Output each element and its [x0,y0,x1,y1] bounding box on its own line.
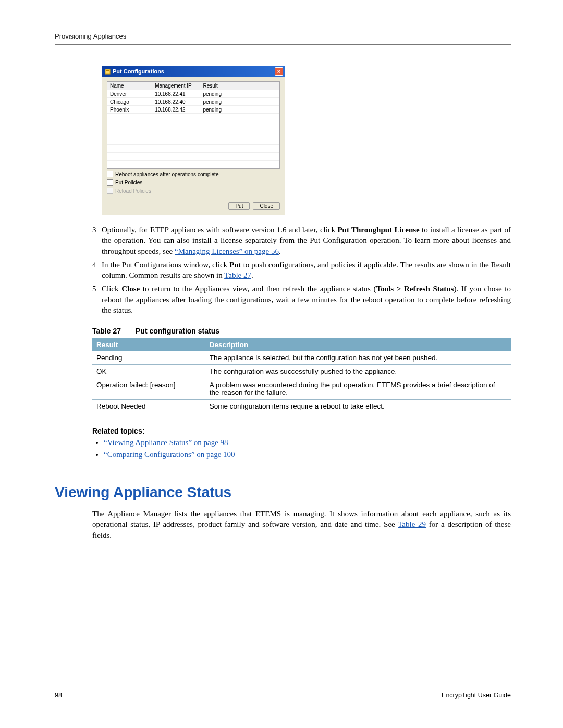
step-3: 3 Optionally, for ETEP appliances with s… [92,225,511,256]
running-header: Provisioning Appliances [55,32,511,45]
table-row[interactable]: Chicago 10.168.22.40 pending [107,98,279,106]
app-icon [105,69,111,75]
close-icon[interactable]: × [275,67,283,76]
close-button[interactable]: Close [253,202,280,210]
figure: Put Configurations × Name Management IP … [102,66,511,215]
table-27-ref-link[interactable]: Table 27 [224,271,251,279]
table-row[interactable]: Denver 10.168.22.41 pending [107,90,279,98]
related-topics-list: “Viewing Appliance Status” on page 98 “C… [92,438,511,459]
col-result: Result [200,82,279,90]
table-row: Operation failed: [reason] A problem was… [92,378,511,400]
reboot-checkbox[interactable]: Reboot appliances after operations compl… [107,171,280,177]
col-ip: Management IP [152,82,200,90]
results-grid: Name Management IP Result Denver 10.168.… [107,81,280,169]
step-5: 5 Click Close to return to the Appliance… [92,283,511,315]
content: 3 Optionally, for ETEP appliances with s… [92,225,511,540]
table-row: Pending The appliance is selected, but t… [92,351,511,365]
th-description: Description [205,338,511,351]
dialog-title: Put Configurations [113,68,164,75]
table-27: Result Description Pending The appliance… [92,338,511,413]
table-row[interactable]: Phoenix 10.168.22.42 pending [107,106,279,114]
doc-title: EncrypTight User Guide [442,692,511,699]
page-number: 98 [55,692,62,699]
reload-policies-checkbox: Reload Policies [107,188,280,194]
checkbox-icon [107,179,113,186]
table-27-caption: Table 27Put configuration status [92,327,511,335]
related-link[interactable]: “Viewing Appliance Status” on page 98 [104,438,228,447]
svg-rect-0 [105,69,110,73]
section-heading: Viewing Appliance Status [55,484,511,501]
related-link[interactable]: “Comparing Configurations” on page 100 [104,450,235,459]
dialog-body: Name Management IP Result Denver 10.168.… [102,77,285,198]
checkbox-icon [107,188,113,194]
table-row: OK The configuration was successfully pu… [92,365,511,378]
page-footer: 98 EncrypTight User Guide [55,688,511,699]
managing-licenses-link[interactable]: “Managing Licenses” on page 56 [175,247,279,255]
table-29-ref-link[interactable]: Table 29 [398,520,426,528]
th-result: Result [92,338,205,351]
related-topics-heading: Related topics: [92,427,511,435]
section-paragraph: The Appliance Manager lists the applianc… [92,509,511,540]
put-configurations-dialog: Put Configurations × Name Management IP … [102,66,285,215]
put-button[interactable]: Put [228,202,250,210]
dialog-buttons: Put Close [102,198,285,215]
dialog-titlebar: Put Configurations × [102,66,285,77]
col-name: Name [107,82,152,90]
svg-rect-1 [106,70,109,71]
checkbox-icon [107,171,113,177]
page: Provisioning Appliances Put Configuratio… [0,0,563,728]
step-4: 4 In the Put Configurations window, clic… [92,260,511,281]
put-policies-checkbox[interactable]: Put Policies [107,179,280,186]
table-row: Reboot Needed Some configuration items r… [92,400,511,413]
